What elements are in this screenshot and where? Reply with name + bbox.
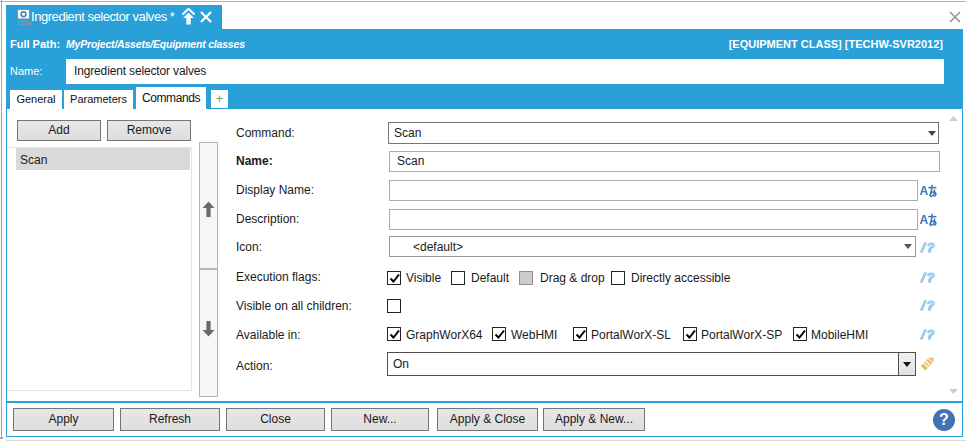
svg-text:A: A: [920, 184, 929, 197]
svg-text:A: A: [920, 213, 929, 226]
